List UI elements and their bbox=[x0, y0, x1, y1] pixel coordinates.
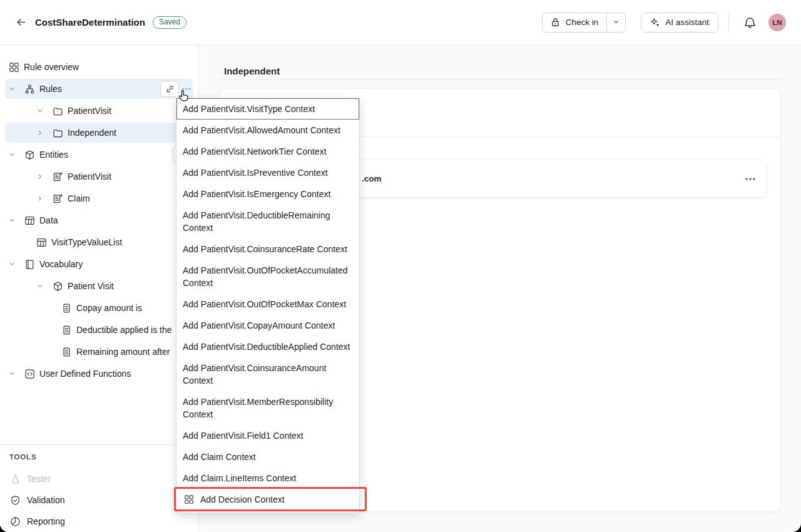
tool-item-reporting[interactable]: Reporting bbox=[5, 512, 193, 531]
user-avatar[interactable]: LN bbox=[768, 14, 786, 31]
tree-item-actions bbox=[160, 81, 193, 97]
tree-item-entities[interactable]: Entities bbox=[5, 145, 193, 165]
tree-item-deductible-applied-is-the[interactable]: Deductible applied is the bbox=[5, 320, 193, 340]
menu-item-label: Add Claim Context bbox=[183, 452, 256, 462]
menu-item-add-patientvisit-deductibleapplied-context[interactable]: Add PatientVisit.DeductibleApplied Conte… bbox=[176, 336, 359, 357]
tree-item-user-defined-functions[interactable]: User Defined Functions bbox=[5, 364, 193, 384]
tree-item-independent[interactable]: Independent bbox=[5, 123, 193, 143]
menu-item-add-patientvisit-isemergency-context[interactable]: Add PatientVisit.IsEmergency Context bbox=[176, 183, 359, 205]
sparkle-icon bbox=[650, 18, 660, 28]
link-icon bbox=[165, 84, 175, 94]
check-in-label: Check in bbox=[566, 18, 599, 27]
tree-item-vocabulary[interactable]: Vocabulary bbox=[5, 254, 193, 274]
menu-item-add-patientvisit-memberresponsibility-context[interactable]: Add PatientVisit.MemberResponsibility Co… bbox=[176, 391, 359, 425]
add-context-menu: Add PatientVisit.VisitType ContextAdd Pa… bbox=[176, 98, 360, 513]
org-chart-icon bbox=[24, 83, 35, 95]
chevron-down-icon bbox=[8, 260, 16, 268]
more-options-button[interactable] bbox=[181, 84, 191, 94]
check-in-split-button: Check in bbox=[542, 13, 626, 33]
card-more-options-button[interactable] bbox=[745, 172, 756, 183]
ai-assistant-button[interactable]: AI assistant bbox=[641, 13, 718, 33]
tree-item-label: Claim bbox=[68, 193, 90, 203]
menu-item-add-patientvisit-coinsuranceamount-context[interactable]: Add PatientVisit.CoinsuranceAmount Conte… bbox=[176, 357, 359, 391]
tool-item-label: Tester bbox=[27, 474, 51, 484]
menu-item-add-claim-context[interactable]: Add Claim Context bbox=[176, 446, 359, 468]
menu-item-label: Add PatientVisit.CoinsuranceAmount Conte… bbox=[183, 363, 326, 386]
menu-item-add-patientvisit-copayamount-context[interactable]: Add PatientVisit.CopayAmount Context bbox=[176, 315, 359, 336]
menu-item-label: Add Claim.LineItems Context bbox=[183, 473, 296, 483]
tree-item-remaining-amount-after[interactable]: Remaining amount after bbox=[5, 342, 193, 362]
menu-item-label: Add PatientVisit.IsPreventive Context bbox=[183, 168, 328, 178]
menu-item-add-decision-context[interactable]: Add Decision Context bbox=[176, 489, 359, 510]
tree-item-data[interactable]: Data bbox=[5, 210, 193, 230]
tree-item-rules[interactable]: Rules bbox=[5, 79, 193, 99]
chevron-down-icon bbox=[8, 151, 16, 158]
notifications-button[interactable] bbox=[742, 15, 757, 30]
tree-item-claim[interactable]: Claim bbox=[5, 188, 193, 208]
top-bar: CostShareDetermination Saved Check in bbox=[0, 0, 801, 45]
folder-icon bbox=[52, 105, 63, 116]
menu-item-label: Add PatientVisit.CopayAmount Context bbox=[183, 320, 335, 330]
menu-item-add-patientvisit-allowedamount-context[interactable]: Add PatientVisit.AllowedAmount Context bbox=[176, 120, 359, 141]
menu-item-add-patientvisit-field1-context[interactable]: Add PatientVisit.Field1 Context bbox=[176, 425, 359, 446]
tree-item-patient-visit[interactable]: Patient Visit bbox=[5, 276, 193, 296]
check-in-button[interactable]: Check in bbox=[543, 13, 607, 32]
top-bar-left: CostShareDetermination Saved bbox=[14, 0, 186, 44]
menu-item-add-patientvisit-ispreventive-context[interactable]: Add PatientVisit.IsPreventive Context bbox=[176, 162, 359, 183]
tree-item-copay-amount-is[interactable]: Copay amount is bbox=[5, 298, 193, 318]
tools-list: TesterValidationReporting bbox=[0, 469, 198, 531]
bell-icon bbox=[743, 16, 757, 29]
tree-item-label: Data bbox=[39, 215, 58, 225]
back-button[interactable] bbox=[14, 16, 28, 29]
menu-item-label: Add PatientVisit.CoinsuranceRate Context bbox=[183, 244, 347, 254]
chevron-down-icon bbox=[8, 370, 16, 377]
tools-section: TOOLS TesterValidationReporting bbox=[0, 444, 198, 532]
table-icon bbox=[36, 237, 47, 248]
menu-item-label: Add PatientVisit.VisitType Context bbox=[183, 104, 315, 114]
check-in-dropdown-button[interactable] bbox=[606, 13, 625, 32]
link-button[interactable] bbox=[160, 81, 179, 97]
menu-item-add-patientvisit-networktier-context[interactable]: Add PatientVisit.NetworkTier Context bbox=[176, 141, 359, 162]
code-icon bbox=[24, 368, 35, 379]
sidebar-tree: Rule overviewRulesPatientVisitIndependen… bbox=[0, 45, 198, 384]
tree-item-label: Deductible applied is the bbox=[76, 325, 172, 335]
tool-item-label: Reporting bbox=[27, 516, 65, 526]
term-icon bbox=[61, 302, 72, 314]
tree-item-patientvisit[interactable]: PatientVisit bbox=[5, 101, 193, 121]
page-section-heading: Independent bbox=[224, 66, 280, 76]
menu-item-add-patientvisit-deductibleremaining-context[interactable]: Add PatientVisit.DeductibleRemaining Con… bbox=[176, 205, 359, 238]
page-title: CostShareDetermination bbox=[35, 17, 145, 28]
back-arrow-icon bbox=[15, 16, 27, 28]
card-text: .com bbox=[362, 174, 382, 183]
menu-item-label: Add PatientVisit.MemberResponsibility Co… bbox=[183, 397, 333, 419]
tree-item-patientvisit[interactable]: PatientVisit bbox=[5, 166, 193, 187]
tree-item-label: Rule overview bbox=[24, 62, 79, 72]
chevron-right-icon bbox=[36, 173, 44, 180]
tree-item-label: Patient Visit bbox=[68, 281, 114, 291]
tree-item-label: Independent bbox=[68, 128, 116, 138]
tree-item-rule-overview[interactable]: Rule overview bbox=[5, 57, 193, 77]
tree-item-label: PatientVisit bbox=[68, 106, 111, 116]
menu-item-add-patientvisit-outofpocketaccumulated-context[interactable]: Add PatientVisit.OutOfPocketAccumulated … bbox=[176, 260, 359, 294]
top-bar-right: Check in AI assistant LN bbox=[542, 0, 786, 44]
menu-item-add-patientvisit-coinsurancerate-context[interactable]: Add PatientVisit.CoinsuranceRate Context bbox=[176, 238, 359, 260]
menu-item-add-claim-lineitems-context[interactable]: Add Claim.LineItems Context bbox=[176, 468, 359, 489]
tree-item-visittypevaluelist[interactable]: VisitTypeValueList bbox=[5, 232, 193, 252]
app-window: CostShareDetermination Saved Check in bbox=[0, 0, 801, 532]
tree-item-label: Entities bbox=[39, 150, 68, 160]
menu-item-add-patientvisit-visittype-context[interactable]: Add PatientVisit.VisitType Context bbox=[176, 98, 359, 120]
sidebar: Rule overviewRulesPatientVisitIndependen… bbox=[0, 45, 199, 532]
header-divider bbox=[728, 14, 729, 31]
tool-item-validation[interactable]: Validation bbox=[5, 491, 193, 509]
menu-item-label: Add PatientVisit.AllowedAmount Context bbox=[183, 125, 340, 135]
saved-status-badge: Saved bbox=[153, 16, 186, 29]
heading-divider bbox=[219, 79, 781, 80]
pie-chart-icon bbox=[9, 516, 21, 527]
menu-item-add-patientvisit-outofpocketmax-context[interactable]: Add PatientVisit.OutOfPocketMax Context bbox=[176, 294, 359, 315]
chevron-down-icon bbox=[8, 85, 16, 93]
term-icon bbox=[61, 324, 72, 335]
tree-item-label: Vocabulary bbox=[39, 259, 83, 269]
chevron-down-icon bbox=[36, 107, 44, 115]
tree-item-label: VisitTypeValueList bbox=[51, 237, 122, 247]
tree-item-label: PatientVisit bbox=[68, 171, 111, 182]
